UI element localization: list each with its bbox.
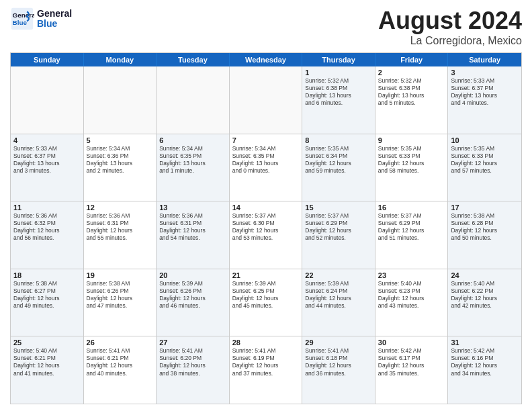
- day-info: Sunrise: 5:42 AM Sunset: 6:16 PM Dayligh…: [451, 347, 519, 377]
- logo-blue: Blue: [37, 19, 72, 29]
- day-info: Sunrise: 5:34 AM Sunset: 6:36 PM Dayligh…: [87, 145, 154, 175]
- day-info: Sunrise: 5:35 AM Sunset: 6:34 PM Dayligh…: [305, 145, 372, 175]
- empty-cell: [11, 66, 84, 134]
- day-number: 20: [159, 271, 226, 279]
- day-info: Sunrise: 5:42 AM Sunset: 6:17 PM Dayligh…: [378, 347, 445, 377]
- day-cell-3: 3Sunrise: 5:33 AM Sunset: 6:37 PM Daylig…: [448, 66, 521, 134]
- day-number: 1: [305, 68, 372, 77]
- day-info: Sunrise: 5:33 AM Sunset: 6:37 PM Dayligh…: [451, 77, 519, 107]
- day-info: Sunrise: 5:39 AM Sunset: 6:26 PM Dayligh…: [159, 280, 226, 310]
- day-number: 25: [13, 338, 81, 347]
- empty-cell: [157, 66, 230, 134]
- day-number: 8: [305, 136, 372, 144]
- day-number: 31: [451, 338, 519, 347]
- day-info: Sunrise: 5:41 AM Sunset: 6:18 PM Dayligh…: [305, 347, 372, 377]
- day-info: Sunrise: 5:34 AM Sunset: 6:35 PM Dayligh…: [232, 145, 300, 175]
- day-cell-9: 9Sunrise: 5:35 AM Sunset: 6:33 PM Daylig…: [375, 134, 449, 201]
- day-cell-5: 5Sunrise: 5:34 AM Sunset: 6:36 PM Daylig…: [84, 134, 157, 201]
- week-row-2: 4Sunrise: 5:33 AM Sunset: 6:37 PM Daylig…: [11, 134, 521, 201]
- day-cell-10: 10Sunrise: 5:35 AM Sunset: 6:33 PM Dayli…: [448, 134, 521, 201]
- week-row-5: 25Sunrise: 5:40 AM Sunset: 6:21 PM Dayli…: [11, 336, 521, 404]
- day-info: Sunrise: 5:40 AM Sunset: 6:21 PM Dayligh…: [13, 347, 81, 377]
- day-info: Sunrise: 5:40 AM Sunset: 6:23 PM Dayligh…: [378, 280, 445, 310]
- day-cell-8: 8Sunrise: 5:35 AM Sunset: 6:34 PM Daylig…: [302, 134, 375, 201]
- subtitle: La Corregidora, Mexico: [378, 35, 522, 47]
- day-number: 16: [378, 203, 445, 212]
- day-cell-14: 14Sunrise: 5:37 AM Sunset: 6:30 PM Dayli…: [230, 201, 303, 269]
- day-number: 6: [159, 136, 226, 144]
- header: General Blue General Blue August 2024 La…: [10, 7, 522, 47]
- day-number: 4: [13, 136, 81, 144]
- day-cell-21: 21Sunrise: 5:39 AM Sunset: 6:25 PM Dayli…: [230, 269, 303, 336]
- day-info: Sunrise: 5:37 AM Sunset: 6:29 PM Dayligh…: [378, 212, 445, 242]
- header-day-monday: Monday: [84, 53, 157, 66]
- day-info: Sunrise: 5:37 AM Sunset: 6:30 PM Dayligh…: [232, 212, 300, 242]
- day-cell-28: 28Sunrise: 5:41 AM Sunset: 6:19 PM Dayli…: [230, 336, 303, 404]
- day-number: 11: [13, 203, 81, 212]
- day-info: Sunrise: 5:39 AM Sunset: 6:25 PM Dayligh…: [232, 280, 300, 310]
- day-cell-18: 18Sunrise: 5:38 AM Sunset: 6:27 PM Dayli…: [11, 269, 84, 336]
- day-cell-1: 1Sunrise: 5:32 AM Sunset: 6:38 PM Daylig…: [302, 66, 375, 134]
- header-day-wednesday: Wednesday: [230, 53, 303, 66]
- day-cell-17: 17Sunrise: 5:38 AM Sunset: 6:28 PM Dayli…: [448, 201, 521, 269]
- main-title: August 2024: [378, 7, 522, 35]
- day-number: 12: [87, 203, 154, 212]
- day-number: 26: [87, 338, 154, 347]
- day-number: 19: [87, 271, 154, 279]
- logo-icon: General Blue: [10, 7, 34, 31]
- day-number: 13: [159, 203, 226, 212]
- day-info: Sunrise: 5:36 AM Sunset: 6:32 PM Dayligh…: [13, 212, 81, 242]
- day-number: 22: [305, 271, 372, 279]
- header-day-thursday: Thursday: [302, 53, 375, 66]
- day-cell-2: 2Sunrise: 5:32 AM Sunset: 6:38 PM Daylig…: [375, 66, 449, 134]
- day-info: Sunrise: 5:36 AM Sunset: 6:31 PM Dayligh…: [159, 212, 226, 242]
- day-cell-23: 23Sunrise: 5:40 AM Sunset: 6:23 PM Dayli…: [375, 269, 449, 336]
- day-cell-7: 7Sunrise: 5:34 AM Sunset: 6:35 PM Daylig…: [230, 134, 303, 201]
- empty-cell: [84, 66, 157, 134]
- day-number: 17: [451, 203, 519, 212]
- day-info: Sunrise: 5:39 AM Sunset: 6:24 PM Dayligh…: [305, 280, 372, 310]
- day-info: Sunrise: 5:38 AM Sunset: 6:27 PM Dayligh…: [13, 280, 81, 310]
- day-cell-30: 30Sunrise: 5:42 AM Sunset: 6:17 PM Dayli…: [375, 336, 449, 404]
- day-number: 7: [232, 136, 300, 144]
- day-number: 21: [232, 271, 300, 279]
- day-number: 14: [232, 203, 300, 212]
- day-number: 5: [87, 136, 154, 144]
- day-info: Sunrise: 5:40 AM Sunset: 6:22 PM Dayligh…: [451, 280, 519, 310]
- day-number: 30: [378, 338, 445, 347]
- day-info: Sunrise: 5:37 AM Sunset: 6:29 PM Dayligh…: [305, 212, 372, 242]
- day-cell-19: 19Sunrise: 5:38 AM Sunset: 6:26 PM Dayli…: [84, 269, 157, 336]
- week-row-4: 18Sunrise: 5:38 AM Sunset: 6:27 PM Dayli…: [11, 269, 521, 336]
- header-day-sunday: Sunday: [11, 53, 84, 66]
- day-cell-22: 22Sunrise: 5:39 AM Sunset: 6:24 PM Dayli…: [302, 269, 375, 336]
- page: General Blue General Blue August 2024 La…: [0, 0, 532, 411]
- day-cell-26: 26Sunrise: 5:41 AM Sunset: 6:21 PM Dayli…: [84, 336, 157, 404]
- week-row-1: 1Sunrise: 5:32 AM Sunset: 6:38 PM Daylig…: [11, 66, 521, 134]
- day-cell-11: 11Sunrise: 5:36 AM Sunset: 6:32 PM Dayli…: [11, 201, 84, 269]
- title-block: August 2024 La Corregidora, Mexico: [378, 7, 522, 47]
- day-cell-16: 16Sunrise: 5:37 AM Sunset: 6:29 PM Dayli…: [375, 201, 449, 269]
- day-info: Sunrise: 5:36 AM Sunset: 6:31 PM Dayligh…: [87, 212, 154, 242]
- day-cell-27: 27Sunrise: 5:41 AM Sunset: 6:20 PM Dayli…: [157, 336, 230, 404]
- calendar-body: 1Sunrise: 5:32 AM Sunset: 6:38 PM Daylig…: [11, 66, 521, 404]
- logo-general: General: [37, 9, 72, 19]
- day-info: Sunrise: 5:35 AM Sunset: 6:33 PM Dayligh…: [378, 145, 445, 175]
- day-cell-31: 31Sunrise: 5:42 AM Sunset: 6:16 PM Dayli…: [448, 336, 521, 404]
- header-day-friday: Friday: [375, 53, 449, 66]
- day-number: 23: [378, 271, 445, 279]
- day-number: 9: [378, 136, 445, 144]
- header-day-tuesday: Tuesday: [157, 53, 230, 66]
- day-number: 27: [159, 338, 226, 347]
- day-info: Sunrise: 5:41 AM Sunset: 6:21 PM Dayligh…: [87, 347, 154, 377]
- day-cell-29: 29Sunrise: 5:41 AM Sunset: 6:18 PM Dayli…: [302, 336, 375, 404]
- day-info: Sunrise: 5:41 AM Sunset: 6:19 PM Dayligh…: [232, 347, 300, 377]
- day-number: 10: [451, 136, 519, 144]
- day-info: Sunrise: 5:32 AM Sunset: 6:38 PM Dayligh…: [378, 77, 445, 107]
- day-cell-24: 24Sunrise: 5:40 AM Sunset: 6:22 PM Dayli…: [448, 269, 521, 336]
- day-cell-12: 12Sunrise: 5:36 AM Sunset: 6:31 PM Dayli…: [84, 201, 157, 269]
- day-info: Sunrise: 5:38 AM Sunset: 6:26 PM Dayligh…: [87, 280, 154, 310]
- day-number: 15: [305, 203, 372, 212]
- day-number: 29: [305, 338, 372, 347]
- day-cell-20: 20Sunrise: 5:39 AM Sunset: 6:26 PM Dayli…: [157, 269, 230, 336]
- week-row-3: 11Sunrise: 5:36 AM Sunset: 6:32 PM Dayli…: [11, 201, 521, 269]
